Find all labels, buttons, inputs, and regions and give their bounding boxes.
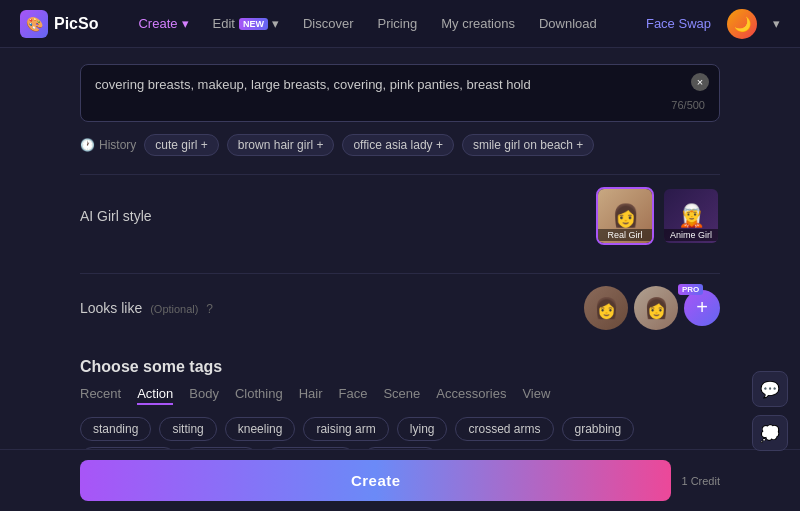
tag-cat-face[interactable]: Face xyxy=(339,386,368,405)
credit-badge: 1 Credit xyxy=(681,475,720,487)
create-button[interactable]: Create xyxy=(80,460,671,501)
tag-cat-accessories[interactable]: Accessories xyxy=(436,386,506,405)
logo-text: PicSo xyxy=(54,15,98,33)
anime-girl-label: Anime Girl xyxy=(664,229,718,241)
nav-right: Face Swap 🌙 ▾ xyxy=(646,9,780,39)
nav-download[interactable]: Download xyxy=(539,16,597,31)
real-girl-label: Real Girl xyxy=(598,229,652,241)
tag-buttons-row-1: standing sitting kneeling raising arm ly… xyxy=(80,417,720,441)
nav-pricing[interactable]: Pricing xyxy=(377,16,417,31)
dropdown-arrow: ▾ xyxy=(182,16,189,31)
tag-cat-recent[interactable]: Recent xyxy=(80,386,121,405)
navigation: 🎨 PicSo Create ▾ Edit NEW ▾ Discover Pri… xyxy=(0,0,800,48)
style-anime-girl[interactable]: 🧝 Anime Girl xyxy=(662,187,720,245)
ai-girl-style-label: AI Girl style xyxy=(80,208,152,224)
tag-smile-beach[interactable]: smile girl on beach + xyxy=(462,134,594,156)
dropdown-arrow: ▾ xyxy=(272,16,279,31)
nav-discover[interactable]: Discover xyxy=(303,16,354,31)
looks-like-row: Looks like (Optional) ? 👩 👩 PRO + xyxy=(80,273,720,342)
prompt-container: covering breasts, makeup, large breasts,… xyxy=(80,64,720,122)
nav-links: Create ▾ Edit NEW ▾ Discover Pricing My … xyxy=(138,16,645,31)
nav-edit[interactable]: Edit NEW ▾ xyxy=(213,16,279,31)
tag-brown-hair[interactable]: brown hair girl + xyxy=(227,134,335,156)
avatar-dropdown[interactable]: ▾ xyxy=(773,16,780,31)
logo[interactable]: 🎨 PicSo xyxy=(20,10,98,38)
tag-standing[interactable]: standing xyxy=(80,417,151,441)
style-options: 👩 Real Girl 🧝 Anime Girl xyxy=(596,187,720,245)
choose-tags-title: Choose some tags xyxy=(80,358,720,376)
tag-cat-scene[interactable]: Scene xyxy=(383,386,420,405)
tag-sitting[interactable]: sitting xyxy=(159,417,216,441)
style-real-girl[interactable]: 👩 Real Girl xyxy=(596,187,654,245)
chat-icon: 💬 xyxy=(760,380,780,399)
history-icon: 🕐 xyxy=(80,138,95,152)
tag-cat-action[interactable]: Action xyxy=(137,386,173,405)
tag-office-asia[interactable]: office asia lady + xyxy=(342,134,454,156)
tags-row: 🕐 History cute girl + brown hair girl + … xyxy=(80,134,720,156)
looks-options: 👩 👩 PRO + xyxy=(584,286,720,330)
looks-like-help[interactable]: ? xyxy=(206,302,213,316)
nav-face-swap[interactable]: Face Swap xyxy=(646,16,711,31)
tag-cute-girl[interactable]: cute girl + xyxy=(144,134,218,156)
face-avatar-1[interactable]: 👩 xyxy=(584,286,628,330)
prompt-clear-button[interactable]: × xyxy=(691,73,709,91)
tag-cat-body[interactable]: Body xyxy=(189,386,219,405)
tag-crossed-arms[interactable]: crossed arms xyxy=(455,417,553,441)
pro-badge: PRO xyxy=(678,284,703,295)
tag-cat-clothing[interactable]: Clothing xyxy=(235,386,283,405)
bottom-create-bar: Create 1 Credit xyxy=(0,449,800,511)
new-badge: NEW xyxy=(239,18,268,30)
side-help-button[interactable]: 💭 xyxy=(752,415,788,451)
nav-create[interactable]: Create ▾ xyxy=(138,16,188,31)
face-avatar-2[interactable]: 👩 xyxy=(634,286,678,330)
add-face-button[interactable]: PRO + xyxy=(684,290,720,326)
ai-girl-style-section: AI Girl style 👩 Real Girl 🧝 Anime Girl xyxy=(80,174,720,257)
side-buttons: 💬 💭 xyxy=(752,371,788,451)
tag-lying[interactable]: lying xyxy=(397,417,448,441)
side-chat-button[interactable]: 💬 xyxy=(752,371,788,407)
tag-kneeling[interactable]: kneeling xyxy=(225,417,296,441)
tag-raising-arm[interactable]: raising arm xyxy=(303,417,388,441)
prompt-text[interactable]: covering breasts, makeup, large breasts,… xyxy=(95,75,705,95)
tag-cat-view[interactable]: View xyxy=(522,386,550,405)
logo-icon: 🎨 xyxy=(20,10,48,38)
looks-like-section: Looks like (Optional) ? 👩 👩 PRO + xyxy=(80,273,720,342)
tag-grabbing[interactable]: grabbing xyxy=(562,417,635,441)
history-button[interactable]: 🕐 History xyxy=(80,138,136,152)
help-icon: 💭 xyxy=(760,424,780,443)
tag-categories: Recent Action Body Clothing Hair Face Sc… xyxy=(80,386,720,405)
tag-cat-hair[interactable]: Hair xyxy=(299,386,323,405)
nav-avatar[interactable]: 🌙 xyxy=(727,9,757,39)
ai-girl-style-row: AI Girl style 👩 Real Girl 🧝 Anime Girl xyxy=(80,174,720,257)
prompt-count: 76/500 xyxy=(95,99,705,111)
main-content: covering breasts, makeup, large breasts,… xyxy=(0,48,800,511)
looks-like-label: Looks like (Optional) ? xyxy=(80,300,213,316)
nav-my-creations[interactable]: My creations xyxy=(441,16,515,31)
